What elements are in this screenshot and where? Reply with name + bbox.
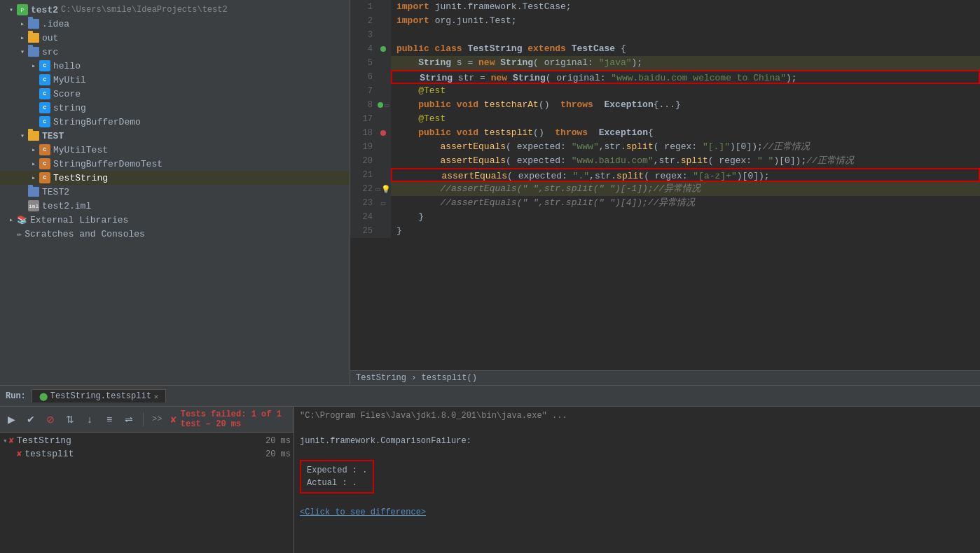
- output-error: junit.framework.ComparisonFailure:: [300, 435, 974, 447]
- run-stop-btn[interactable]: ⊘: [42, 411, 59, 428]
- scratch-icon: ✏️: [17, 229, 22, 239]
- tree-item-scratch[interactable]: ✏️ Scratches and Consoles: [0, 227, 350, 241]
- breadcrumb-text: TestString › testsplit(): [356, 373, 477, 383]
- run-output: "C:\Program Files\Java\jdk1.8.0_201\bin\…: [294, 407, 980, 553]
- tree-label-idea: .idea: [42, 19, 69, 29]
- folder-icon-test: [28, 131, 39, 141]
- code-area: 1 import junit.framework.TestCase; 2 imp…: [350, 0, 980, 370]
- run-sort1-btn[interactable]: ⇅: [62, 411, 78, 428]
- code-line-25: 25 }: [350, 224, 980, 238]
- run-sort2-btn[interactable]: ↓: [81, 411, 98, 428]
- tree-item-string[interactable]: c string: [0, 101, 350, 115]
- run-left: ▶ ✔ ⊘ ⇅ ↓ ≡ ⇌ >> ✘ Tests failed: 1 of 1 …: [0, 407, 294, 553]
- run-align2-btn[interactable]: ⇌: [120, 411, 137, 428]
- code-line-18: 18 public void testsplit() throws Except…: [350, 126, 980, 140]
- code-line-19: 19 assertEquals( expected: "www",str.spl…: [350, 140, 980, 154]
- tree-label-scratch: Scratches and Consoles: [25, 229, 145, 239]
- project-icon: P: [17, 4, 28, 15]
- code-line-23: 23 ▭ //assertEquals(" ",str.split(" ")[4…: [350, 196, 980, 210]
- tree-item-score[interactable]: c Score: [0, 87, 350, 101]
- run-status-text: Tests failed: 1 of 1 test – 20 ms: [181, 410, 285, 429]
- expected-value: .: [362, 465, 367, 475]
- tree-item-myutiltest[interactable]: c MyUtilTest: [0, 143, 350, 157]
- tree-label-string: string: [53, 103, 86, 113]
- tree-arrow-stringbuffertest: [28, 158, 39, 169]
- run-check-btn[interactable]: ✔: [22, 411, 39, 428]
- tree-arrow-root: [6, 4, 17, 15]
- expected-line: Expected : .: [307, 464, 367, 477]
- code-line-4: 4 public class TestString extends TestCa…: [350, 42, 980, 56]
- run-align1-btn[interactable]: ≡: [101, 411, 118, 428]
- iml-icon: iml: [28, 200, 39, 211]
- run-tab-icon: ⬤: [39, 392, 48, 401]
- code-line-7: 7 @Test: [350, 84, 980, 98]
- run-tab-label: TestString.testsplit: [50, 391, 151, 401]
- run-tab-bar: Run: ⬤ TestString.testsplit ✕: [0, 386, 980, 407]
- code-line-17: 17 @Test: [350, 112, 980, 126]
- test-item-testsplit[interactable]: ✘ testsplit 20 ms: [0, 447, 294, 461]
- tree-item-myutil[interactable]: c MyUtil: [0, 73, 350, 87]
- tree-label-extlib: External Libraries: [30, 215, 128, 225]
- cmd-text: "C:\Program Files\Java\jdk1.8.0_201\bin\…: [300, 411, 567, 421]
- code-line-5: 5 String s = new String( original: "java…: [350, 56, 980, 70]
- code-line-1: 1 import junit.framework.TestCase;: [350, 0, 980, 14]
- tree-item-hello[interactable]: c hello: [0, 59, 350, 73]
- extlib-icon: 📚: [17, 215, 27, 225]
- java-icon-stringbuffertest: c: [39, 158, 50, 169]
- project-title: test2: [31, 5, 58, 15]
- tree-item-iml[interactable]: iml test2.iml: [0, 199, 350, 213]
- error-gutter-18: [380, 130, 386, 136]
- editor-breadcrumb: TestString › testsplit(): [350, 370, 980, 385]
- testsplit-time: 20 ms: [265, 449, 291, 459]
- java-icon-myutil: c: [39, 74, 50, 85]
- teststring-label: TestString: [17, 435, 71, 446]
- tree-arrow-hello: [28, 60, 39, 71]
- tree-label-stringbuffertest: StringBufferDemoTest: [53, 159, 163, 169]
- run-tab[interactable]: ⬤ TestString.testsplit ✕: [32, 389, 167, 402]
- tree-item-test[interactable]: TEST: [0, 129, 350, 143]
- tab-close-btn[interactable]: ✕: [154, 392, 159, 401]
- tree-arrow-teststring: [28, 172, 39, 183]
- project-tree: P test2 C:\Users\smile\IdeaProjects\test…: [0, 0, 350, 385]
- folder-icon-out: [28, 33, 39, 43]
- tree-item-teststring[interactable]: c TestString: [0, 171, 350, 185]
- project-panel: P test2 C:\Users\smile\IdeaProjects\test…: [0, 0, 350, 385]
- run-content: ▶ ✔ ⊘ ⇅ ↓ ≡ ⇌ >> ✘ Tests failed: 1 of 1 …: [0, 407, 980, 553]
- toolbar-sep: [143, 412, 144, 426]
- tree-item-stringbuffer[interactable]: c StringBufferDemo: [0, 115, 350, 129]
- comparison-box: Expected : . Actual : .: [300, 460, 374, 493]
- tree-arrow-idea: [17, 18, 28, 29]
- tree-label-hello: hello: [53, 61, 81, 71]
- run-status-bar: ✘ Tests failed: 1 of 1 test – 20 ms: [165, 408, 291, 430]
- actual-value: .: [352, 478, 357, 488]
- tree-label-test2: TEST2: [42, 187, 69, 197]
- run-gutter-4: [380, 46, 386, 52]
- tree-label-src: src: [42, 47, 58, 57]
- teststring-fail-icon: ✘: [9, 435, 14, 446]
- output-cmd: "C:\Program Files\Java\jdk1.8.0_201\bin\…: [300, 410, 974, 422]
- editor-panel: 1 import junit.framework.TestCase; 2 imp…: [350, 0, 980, 385]
- folder-icon-test2: [28, 187, 39, 197]
- tree-item-idea[interactable]: .idea: [0, 17, 350, 31]
- test-item-teststring[interactable]: ▾ ✘ TestString 20 ms: [0, 434, 294, 447]
- tree-label-teststring: TestString: [53, 173, 108, 183]
- code-line-3: 3: [350, 28, 980, 42]
- tree-item-test2[interactable]: TEST2: [0, 185, 350, 199]
- java-icon-string: c: [39, 102, 50, 113]
- tree-label-stringbuffer: StringBufferDemo: [53, 117, 141, 127]
- teststring-time: 20 ms: [265, 436, 291, 446]
- tree-label-iml: test2.iml: [42, 201, 91, 211]
- tree-item-src[interactable]: src: [0, 45, 350, 59]
- tree-item-stringbuffertest[interactable]: c StringBufferDemoTest: [0, 157, 350, 171]
- actual-line: Actual : .: [307, 477, 367, 489]
- code-lines-container: 1 import junit.framework.TestCase; 2 imp…: [350, 0, 980, 370]
- tree-item-out[interactable]: out: [0, 31, 350, 45]
- tree-label-myutil: MyUtil: [53, 75, 86, 85]
- code-line-2: 2 import org.junit.Test;: [350, 14, 980, 28]
- tree-item-extlib[interactable]: 📚 External Libraries: [0, 213, 350, 227]
- run-play-btn[interactable]: ▶: [3, 411, 20, 428]
- tree-arrow-out: [17, 32, 28, 43]
- tree-item-root[interactable]: P test2 C:\Users\smile\IdeaProjects\test…: [0, 3, 350, 17]
- click-to-see-link[interactable]: <Click to see difference>: [300, 507, 426, 517]
- code-line-24: 24 }: [350, 210, 980, 224]
